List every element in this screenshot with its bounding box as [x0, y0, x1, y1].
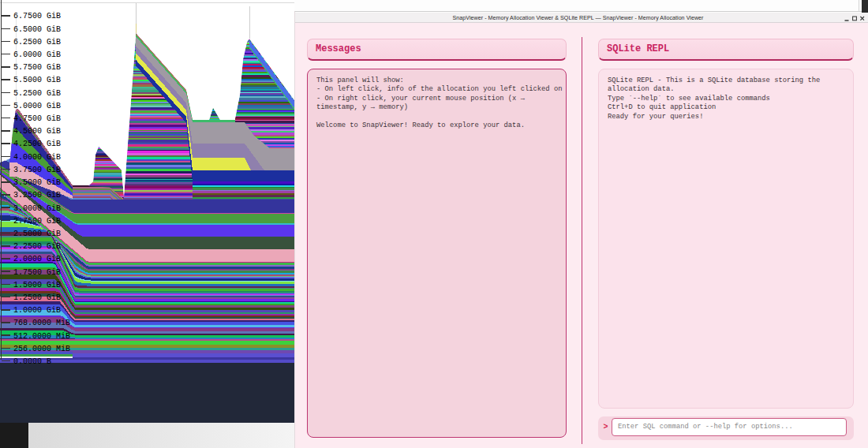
svg-text:6.7500 GiB: 6.7500 GiB	[13, 12, 61, 21]
svg-text:5.7500 GiB: 5.7500 GiB	[13, 63, 61, 72]
svg-text:1.2500 GiB: 1.2500 GiB	[13, 293, 61, 302]
svg-text:2.2500 GiB: 2.2500 GiB	[13, 242, 61, 251]
svg-text:2.0000 GiB: 2.0000 GiB	[13, 255, 61, 263]
svg-text:4.0000 GiB: 4.0000 GiB	[13, 153, 61, 162]
svg-text:6.5000 GiB: 6.5000 GiB	[13, 25, 61, 34]
svg-text:768.0000 MiB: 768.0000 MiB	[13, 319, 70, 327]
svg-text:4.2500 GiB: 4.2500 GiB	[13, 140, 61, 148]
svg-text:3.7500 GiB: 3.7500 GiB	[13, 166, 61, 174]
svg-text:5.0000 GiB: 5.0000 GiB	[13, 102, 61, 110]
svg-text:1.0000 GiB: 1.0000 GiB	[13, 306, 61, 315]
svg-text:512.0000 MiB: 512.0000 MiB	[13, 332, 70, 341]
svg-text:0.0000 B: 0.0000 B	[13, 357, 51, 366]
svg-text:4.5000 GiB: 4.5000 GiB	[13, 127, 61, 136]
svg-text:3.2500 GiB: 3.2500 GiB	[13, 191, 61, 200]
svg-text:3.0000 GiB: 3.0000 GiB	[13, 204, 61, 213]
svg-text:6.0000 GiB: 6.0000 GiB	[13, 50, 61, 59]
svg-text:5.5000 GiB: 5.5000 GiB	[13, 76, 61, 84]
svg-text:3.5000 GiB: 3.5000 GiB	[13, 178, 61, 187]
svg-text:256.0000 MiB: 256.0000 MiB	[13, 345, 70, 353]
svg-text:4.7500 GiB: 4.7500 GiB	[13, 114, 61, 123]
svg-text:2.7500 GiB: 2.7500 GiB	[13, 217, 61, 226]
svg-text:6.2500 GiB: 6.2500 GiB	[13, 38, 61, 47]
svg-text:5.2500 GiB: 5.2500 GiB	[13, 89, 61, 98]
svg-text:1.5000 GiB: 1.5000 GiB	[13, 281, 61, 289]
svg-text:2.5000 GiB: 2.5000 GiB	[13, 230, 61, 238]
svg-text:1.7500 GiB: 1.7500 GiB	[13, 268, 61, 277]
